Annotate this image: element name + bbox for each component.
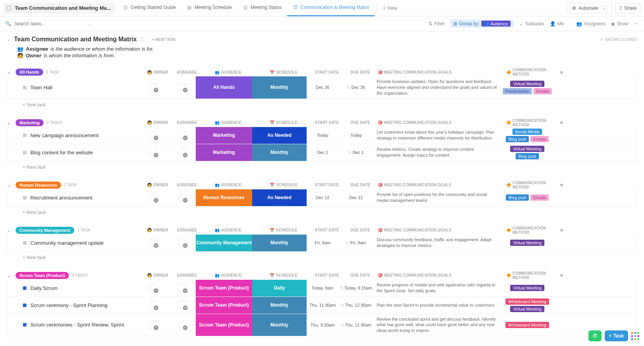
new-task-button[interactable]: + New task <box>7 207 637 218</box>
avatar-placeholder-icon[interactable] <box>149 284 158 292</box>
task-row[interactable]: Scrum ceremony - Sprint Planning Scrum T… <box>7 297 637 314</box>
col-audience[interactable]: 👥AUDIENCE <box>200 273 256 277</box>
schedule-cell[interactable]: As Needed <box>252 127 307 144</box>
owner-cell[interactable] <box>137 235 169 251</box>
group-badge[interactable]: All Hands <box>16 69 43 76</box>
group-badge[interactable]: Scrum Team (Product) <box>16 272 69 279</box>
goals-cell[interactable]: Plan the next Sprint to provide incremen… <box>374 297 502 314</box>
method-tag[interactable]: Presentation <box>503 88 532 94</box>
start-date-cell[interactable]: Dec 12 <box>307 189 339 206</box>
col-start[interactable]: START DATE <box>311 120 343 125</box>
method-cell[interactable]: Virtual MeetingPresentationEmails <box>502 76 553 99</box>
due-date-cell[interactable]: Dec 12 <box>339 189 374 206</box>
method-cell[interactable]: Virtual MeetingBlog post <box>502 144 553 161</box>
assignee-cell[interactable] <box>169 314 196 336</box>
avatar-placeholder-icon[interactable] <box>178 193 187 202</box>
method-tag[interactable]: Emails <box>530 194 549 201</box>
col-due[interactable]: DUE DATE <box>343 273 378 277</box>
col-due[interactable]: DUE DATE <box>343 183 378 187</box>
col-owner[interactable]: 🧑OWNER <box>142 120 174 125</box>
col-start[interactable]: START DATE <box>311 70 343 74</box>
assignee-cell[interactable] <box>169 127 196 144</box>
group-collapse-toggle[interactable]: ⌄ <box>7 182 12 188</box>
avatar-placeholder-icon[interactable] <box>149 83 158 92</box>
audience-cell[interactable]: All Hands <box>196 76 252 99</box>
audience-cell[interactable]: Human Resources <box>196 189 252 206</box>
method-tag[interactable]: Virtual Meeting <box>510 81 544 87</box>
avatar-placeholder-icon[interactable] <box>149 131 158 139</box>
task-name-cell[interactable]: Community management update <box>7 235 137 251</box>
goals-cell[interactable]: Review metrics. Create strategy to impro… <box>374 144 502 161</box>
task-row[interactable]: Town Hall All Hands Monthly Dec 26 ↻Dec … <box>7 76 637 99</box>
method-tag[interactable]: Emails <box>530 136 549 142</box>
task-row[interactable]: Daily Scrum Scrum Team (Product) Daily T… <box>7 280 637 297</box>
start-date-cell[interactable]: Dec 1 <box>307 144 339 161</box>
audience-cell[interactable]: Scrum Team (Product) <box>196 314 252 336</box>
audience-cell[interactable]: Scrum Team (Product) <box>196 280 252 297</box>
schedule-cell[interactable]: Monthly <box>252 144 307 161</box>
new-task-button[interactable]: + New task <box>7 161 637 173</box>
schedule-cell[interactable]: Monthly <box>252 314 307 336</box>
col-start[interactable]: START DATE <box>311 183 343 187</box>
col-method[interactable]: 🔶COMMUNICATION METHOD <box>506 271 557 280</box>
owner-cell[interactable] <box>137 144 169 161</box>
avatar-placeholder-icon[interactable] <box>178 148 187 157</box>
method-tag[interactable]: Virtual Meeting <box>510 146 544 152</box>
avatar-placeholder-icon[interactable] <box>149 321 158 329</box>
add-column-button[interactable]: ⊕ <box>557 120 566 125</box>
due-date-cell[interactable]: ↻Thu, 12:30pm <box>339 297 374 314</box>
start-date-cell[interactable]: Fri, 8am <box>307 235 339 251</box>
status-square-icon[interactable] <box>23 151 26 154</box>
col-start[interactable]: START DATE <box>311 228 343 232</box>
task-name-cell[interactable]: New campaign announcement <box>7 127 137 144</box>
col-method[interactable]: 🔶COMMUNICATION METHOD <box>506 68 557 76</box>
avatar-placeholder-icon[interactable] <box>178 321 187 329</box>
assignee-cell[interactable] <box>169 280 196 297</box>
status-square-icon[interactable] <box>23 134 26 137</box>
col-start[interactable]: START DATE <box>311 273 343 277</box>
show-button[interactable]: ◉Show <box>611 21 628 26</box>
col-schedule[interactable]: 📅SCHEDULE <box>256 120 311 125</box>
status-square-icon[interactable] <box>23 86 26 89</box>
method-tag[interactable]: Whiteboard Meeting <box>505 298 549 305</box>
avatar-placeholder-icon[interactable] <box>149 301 158 309</box>
status-square-icon[interactable] <box>23 286 26 290</box>
add-column-button[interactable]: ⊕ <box>557 183 566 187</box>
assignee-cell[interactable] <box>169 189 196 206</box>
audience-cell[interactable]: Community Management <box>196 235 252 251</box>
method-cell[interactable]: Social MediaBlog postEmails <box>502 127 553 144</box>
start-date-cell[interactable]: Dec 26 <box>307 76 339 99</box>
filter-button[interactable]: ⇅Filter <box>428 21 445 26</box>
show-closed-button[interactable]: ✓SHOW CLOSED <box>600 37 637 42</box>
apps-button[interactable] <box>631 332 639 340</box>
avatar-placeholder-icon[interactable] <box>149 193 158 202</box>
assignee-cell[interactable] <box>169 76 196 99</box>
method-cell[interactable]: Whiteboard MeetingVirtual Meeting <box>502 297 553 314</box>
task-name-cell[interactable]: Scrum ceremony - Sprint Planning <box>7 297 137 314</box>
assignees-button[interactable]: 👥Assignees <box>576 21 605 26</box>
method-cell[interactable]: Virtual Meeting <box>502 280 553 297</box>
col-goals[interactable]: 🎯MEETING COMMUNICATION GOALS <box>378 70 506 74</box>
new-task-button[interactable]: + New task <box>7 252 637 263</box>
goals-cell[interactable]: Provide list of open positions for the c… <box>374 189 502 206</box>
group-badge[interactable]: Marketing <box>16 119 44 126</box>
status-square-icon[interactable] <box>23 241 26 245</box>
audience-chip[interactable]: 👥Audience <box>481 21 511 26</box>
col-schedule[interactable]: 📅SCHEDULE <box>256 70 311 74</box>
group-badge[interactable]: Human Resources <box>16 182 61 189</box>
schedule-cell[interactable]: As Needed <box>252 189 307 206</box>
owner-cell[interactable] <box>137 76 169 99</box>
group-collapse-toggle[interactable]: ⌄ <box>7 273 12 278</box>
goals-cell[interactable]: Let customers know about this year's hol… <box>374 127 502 144</box>
tab-schedule[interactable]: ▦Meeting Schedule <box>181 0 237 16</box>
task-row[interactable]: Blog content for the website Marketing M… <box>7 144 637 161</box>
col-goals[interactable]: 🎯MEETING COMMUNICATION GOALS <box>378 228 506 232</box>
owner-cell[interactable] <box>137 314 169 336</box>
method-tag[interactable]: Social Media <box>512 129 542 135</box>
method-cell[interactable]: Whiteboard Meeting <box>502 314 553 336</box>
add-column-button[interactable]: ⊕ <box>557 70 566 74</box>
avatar-placeholder-icon[interactable] <box>178 284 187 292</box>
method-tag[interactable]: Virtual Meeting <box>510 240 544 246</box>
tab-guide[interactable]: ▤Getting Started Guide <box>118 0 181 16</box>
task-row[interactable]: New campaign announcement Marketing As N… <box>7 127 637 144</box>
